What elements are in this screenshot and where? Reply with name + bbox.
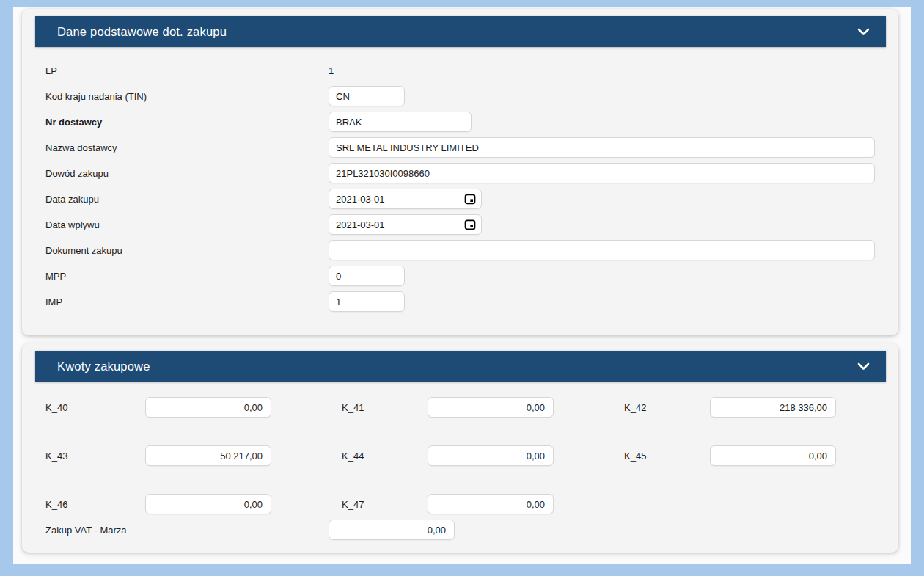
- input-zakup-vat-marza[interactable]: [329, 520, 455, 540]
- amount-field-k43: K_43: [45, 445, 271, 466]
- amount-field-k45: K_45: [624, 445, 836, 466]
- form-row-imp: IMP: [45, 291, 875, 312]
- input-data-wplywu[interactable]: [329, 214, 482, 235]
- input-k43[interactable]: [145, 445, 271, 466]
- input-k44[interactable]: [428, 445, 554, 466]
- form-row-data-wplywu: Data wpływu: [45, 214, 875, 235]
- field-label: Zakup VAT - Marza: [45, 525, 329, 536]
- form-row-lp: LP 1: [45, 60, 875, 81]
- form-row-data-zakupu: Data zakupu: [45, 189, 875, 209]
- field-label: K_42: [624, 402, 710, 413]
- form-row-kod-kraju: Kod kraju nadania (TIN): [45, 86, 875, 106]
- field-label: Data zakupu: [45, 194, 329, 205]
- amount-field-k42: K_42: [624, 397, 836, 418]
- chevron-down-icon[interactable]: [857, 28, 870, 36]
- amounts-row: K_46 K_47: [45, 494, 898, 514]
- field-label: Data wpływu: [45, 219, 329, 230]
- input-k45[interactable]: [710, 445, 836, 466]
- input-nazwa-dostawcy[interactable]: [329, 137, 875, 158]
- panel-title: Dane podstawowe dot. zakupu: [57, 25, 227, 39]
- input-kod-kraju[interactable]: [329, 86, 405, 106]
- card-basic-data: Dane podstawowe dot. zakupu LP 1 Kod kra…: [22, 9, 898, 335]
- content-panel: Dane podstawowe dot. zakupu LP 1 Kod kra…: [13, 7, 911, 564]
- field-label: Dowód zakupu: [45, 168, 329, 179]
- input-mpp[interactable]: [329, 266, 405, 286]
- chevron-down-icon[interactable]: [857, 362, 870, 371]
- form-row-mpp: MPP: [45, 266, 875, 286]
- amount-field-k46: K_46: [45, 494, 271, 514]
- input-imp[interactable]: [329, 291, 405, 312]
- form-row-zakup-vat-marza: Zakup VAT - Marza: [45, 520, 898, 540]
- lp-value: 1: [329, 65, 334, 76]
- amount-field-k40: K_40: [45, 397, 271, 418]
- input-data-zakupu[interactable]: [329, 189, 482, 209]
- field-label: Nr dostawcy: [45, 117, 329, 128]
- calendar-icon[interactable]: [464, 193, 476, 205]
- input-k47[interactable]: [428, 494, 554, 514]
- field-label: K_41: [342, 402, 428, 413]
- form-row-dokument-zakupu: Dokument zakupu: [45, 240, 875, 260]
- input-nr-dostawcy[interactable]: [329, 112, 472, 132]
- amounts-row: K_40 K_41 K_42: [45, 397, 898, 418]
- amounts-row: K_43 K_44 K_45: [45, 445, 898, 466]
- amount-field-k47: K_47: [342, 494, 554, 514]
- field-label: K_45: [624, 451, 710, 462]
- form-row-nr-dostawcy: Nr dostawcy: [45, 112, 875, 132]
- input-k41[interactable]: [428, 397, 554, 418]
- field-label: Nazwa dostawcy: [45, 142, 329, 153]
- field-label: K_43: [45, 451, 145, 462]
- input-k46[interactable]: [145, 494, 271, 514]
- panel-header-basic-data[interactable]: Dane podstawowe dot. zakupu: [35, 16, 886, 47]
- field-label: MPP: [45, 271, 329, 282]
- input-dokument-zakupu[interactable]: [329, 240, 875, 260]
- card-amounts: Kwoty zakupowe K_40 K_41 K_42: [22, 343, 898, 553]
- basic-data-form: LP 1 Kod kraju nadania (TIN) Nr dostawcy…: [22, 47, 898, 312]
- calendar-icon[interactable]: [464, 219, 476, 230]
- field-label: K_46: [45, 499, 145, 510]
- date-field: [329, 214, 482, 235]
- input-k40[interactable]: [145, 397, 271, 418]
- field-label: K_44: [342, 451, 428, 462]
- field-label: K_40: [45, 402, 145, 413]
- input-k42[interactable]: [710, 397, 836, 418]
- amounts-form: K_40 K_41 K_42 K_43 K_44: [22, 382, 898, 540]
- amount-field-k44: K_44: [342, 445, 554, 466]
- field-label: LP: [45, 65, 329, 76]
- field-label: Dokument zakupu: [45, 245, 329, 256]
- input-dowod-zakupu[interactable]: [329, 163, 875, 183]
- field-label: Kod kraju nadania (TIN): [45, 91, 329, 102]
- form-row-nazwa-dostawcy: Nazwa dostawcy: [45, 137, 875, 158]
- field-label: K_47: [342, 499, 428, 510]
- date-field: [329, 189, 482, 209]
- panel-header-amounts[interactable]: Kwoty zakupowe: [35, 351, 886, 382]
- panel-title: Kwoty zakupowe: [57, 360, 150, 373]
- field-label: IMP: [45, 296, 329, 307]
- page-background: { "theme": { "page_bg": "#a6c9eb", "cont…: [0, 0, 924, 576]
- amount-field-k41: K_41: [342, 397, 554, 418]
- form-row-dowod-zakupu: Dowód zakupu: [45, 163, 875, 183]
